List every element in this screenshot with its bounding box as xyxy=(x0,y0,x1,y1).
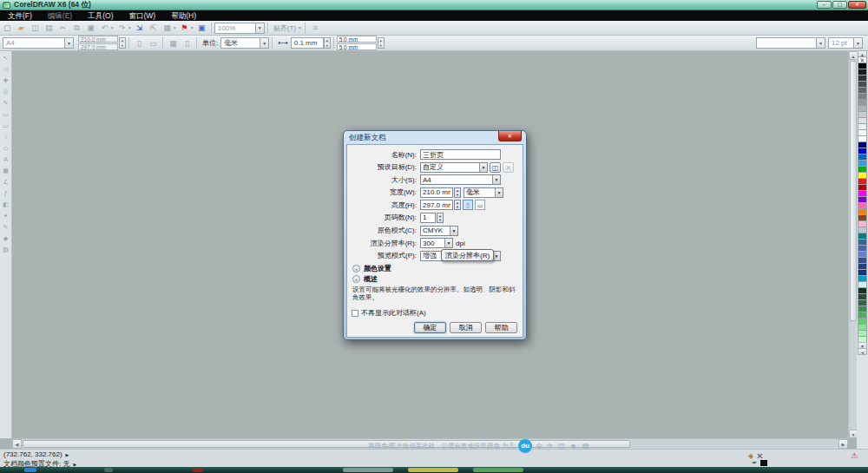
portrait-button[interactable]: ▯ xyxy=(133,37,146,49)
maximize-button[interactable]: ▢ xyxy=(832,1,847,9)
snap-dropdown[interactable]: 贴齐(T) xyxy=(273,23,296,33)
copy-button[interactable]: ⧉ xyxy=(70,22,83,34)
cut-button[interactable]: ✂ xyxy=(56,22,69,34)
crop-tool-icon[interactable]: ✚ xyxy=(1,76,11,86)
zoom-tool-icon[interactable]: ◎ xyxy=(1,87,11,97)
eyedropper-tool-icon[interactable]: ✦ xyxy=(1,211,11,221)
shape-tool-icon[interactable]: ◁ xyxy=(1,64,11,75)
scroll-left-icon[interactable]: ◀ xyxy=(12,439,22,449)
document-name-input[interactable] xyxy=(420,149,501,160)
open-button[interactable]: ▰ xyxy=(15,22,28,34)
landscape-orientation-button[interactable]: ▭ xyxy=(475,200,485,210)
taskbar-item[interactable] xyxy=(193,468,203,472)
fullscreen-preview-button[interactable]: ▣ xyxy=(195,22,208,34)
chevron-down-icon[interactable]: ▼ xyxy=(173,25,177,30)
app-launcher-button[interactable]: ▦ xyxy=(161,22,174,34)
page-height-field[interactable]: 297.0 mm xyxy=(78,43,118,50)
chevron-down-icon[interactable]: ▼ xyxy=(492,175,500,184)
taskbar-item[interactable] xyxy=(408,468,458,472)
vertical-scroll-thumb[interactable] xyxy=(850,61,857,321)
taskbar-item[interactable] xyxy=(104,468,113,472)
paste-button[interactable]: ▣ xyxy=(84,22,97,34)
cancel-button[interactable]: 取消 xyxy=(450,322,482,333)
taskbar-item[interactable] xyxy=(24,468,36,472)
chevron-down-icon[interactable]: ▼ xyxy=(255,23,264,33)
chevron-down-icon[interactable]: ▼ xyxy=(495,188,503,197)
interactive-fill-tool-icon[interactable]: ▨ xyxy=(1,245,11,255)
rendering-resolution-combo[interactable]: 300 ▼ xyxy=(420,238,453,248)
chevron-down-icon[interactable]: ▼ xyxy=(853,38,862,48)
font-size-combo[interactable]: 12 pt ▼ xyxy=(828,37,863,49)
current-page-button[interactable]: ▯ xyxy=(181,37,194,49)
page-width-field[interactable]: 210.0 mm xyxy=(78,36,118,43)
duplicate-y-field[interactable]: 5.0 mm xyxy=(337,43,377,50)
outline-pen-tool-icon[interactable]: ✎ xyxy=(1,222,11,233)
units-combo[interactable]: 毫米 ▼ xyxy=(220,37,269,49)
width-input[interactable] xyxy=(420,187,453,198)
height-stepper[interactable]: ▲▼ xyxy=(454,200,461,210)
export-button[interactable]: ⇱ xyxy=(147,22,160,34)
new-document-button[interactable]: ▢ xyxy=(1,22,14,34)
rectangle-tool-icon[interactable]: ▭ xyxy=(1,121,11,131)
page-size-combo[interactable]: A4 ▼ xyxy=(420,174,501,185)
pick-tool-icon[interactable]: ↖ xyxy=(1,53,11,63)
print-button[interactable]: ▤ xyxy=(43,22,56,34)
expander-icon[interactable]: ▶ xyxy=(73,462,76,467)
chevron-down-icon[interactable]: ▼ xyxy=(128,25,132,30)
primary-color-mode-combo[interactable]: CMYK ▼ xyxy=(420,226,458,236)
dimension-tool-icon[interactable]: ∠ xyxy=(1,177,11,187)
page-count-input[interactable] xyxy=(420,213,436,223)
chevron-down-icon[interactable]: ▼ xyxy=(479,163,487,172)
save-preset-button[interactable]: ◫ xyxy=(490,162,501,173)
units-combo-dialog[interactable]: 毫米 ▼ xyxy=(464,187,503,198)
duplicate-stepper[interactable]: ▲▼ xyxy=(378,37,385,49)
connector-tool-icon[interactable]: ƒ xyxy=(1,188,11,199)
landscape-button[interactable]: ▭ xyxy=(147,37,160,49)
duplicate-x-field[interactable]: 5.0 mm xyxy=(337,36,377,43)
expand-section-icon[interactable]: » xyxy=(352,265,360,273)
checkbox-icon[interactable] xyxy=(352,310,358,317)
expander-icon[interactable]: ▶ xyxy=(66,452,69,457)
chevron-down-icon[interactable]: ▼ xyxy=(260,38,268,48)
freehand-tool-icon[interactable]: ✎ xyxy=(1,98,11,108)
vertical-scrollbar[interactable]: ▲ ▼ xyxy=(848,51,857,438)
menu-item-window[interactable]: 窗口(W) xyxy=(121,10,163,21)
nudge-distance-field[interactable]: 0.1 mm xyxy=(291,37,324,49)
ellipse-tool-icon[interactable]: ○ xyxy=(1,132,11,142)
menu-item-tools[interactable]: 工具(O) xyxy=(80,10,121,21)
close-button[interactable]: ✕ xyxy=(848,1,866,9)
chevron-down-icon[interactable]: ▼ xyxy=(110,25,115,30)
menu-item-help[interactable]: 帮助(H) xyxy=(163,10,204,21)
chevron-down-icon[interactable]: ▼ xyxy=(816,38,825,48)
page-size-preset-combo[interactable]: A4 ▼ xyxy=(3,37,74,49)
portrait-orientation-button[interactable]: ▯ xyxy=(463,200,473,210)
menu-item-file[interactable]: 文件(F) xyxy=(0,10,40,21)
page-size-stepper[interactable]: ▲▼ xyxy=(119,37,126,49)
chevron-down-icon[interactable]: ▼ xyxy=(190,25,194,30)
nudge-stepper[interactable]: ▲▼ xyxy=(324,37,331,49)
preset-destination-combo[interactable]: 自定义 ▼ xyxy=(420,162,488,173)
delete-preset-button[interactable]: ✕ xyxy=(503,162,514,173)
width-stepper[interactable]: ▲▼ xyxy=(454,187,461,198)
description-section[interactable]: » 概述 xyxy=(352,274,519,283)
chevron-down-icon[interactable]: ▼ xyxy=(64,38,73,48)
text-tool-icon[interactable]: A xyxy=(1,154,11,165)
blend-tool-icon[interactable]: ◧ xyxy=(1,200,11,210)
welcome-screen-button[interactable]: ⚑ xyxy=(178,22,191,34)
height-input[interactable] xyxy=(420,200,453,210)
table-tool-icon[interactable]: ▦ xyxy=(1,166,11,176)
polygon-tool-icon[interactable]: ◇ xyxy=(1,143,11,154)
dont-show-again-checkbox[interactable]: 不再显示此对话框(A) xyxy=(352,308,519,318)
fill-tool-icon[interactable]: ◆ xyxy=(1,233,11,244)
help-button[interactable]: 帮助 xyxy=(485,322,517,333)
taskbar-item[interactable] xyxy=(473,468,523,472)
palette-expand-icon[interactable]: ◂ xyxy=(858,348,867,355)
minimize-button[interactable]: – xyxy=(817,1,832,9)
scroll-right-icon[interactable]: ▶ xyxy=(838,439,848,449)
smart-fill-tool-icon[interactable]: ▭ xyxy=(1,109,11,120)
save-button[interactable]: ◫ xyxy=(29,22,42,34)
undo-button[interactable]: ↶ xyxy=(98,22,111,34)
dialog-close-button[interactable]: ✕ xyxy=(498,131,522,141)
chevron-down-icon[interactable]: ▼ xyxy=(450,227,457,235)
expand-section-icon[interactable]: » xyxy=(352,275,360,283)
